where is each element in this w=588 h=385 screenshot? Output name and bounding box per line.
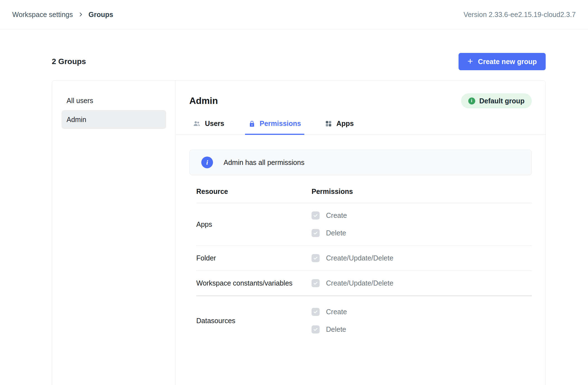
top-bar: Workspace settings Groups Version 2.33.6…: [0, 0, 588, 29]
table-row-workspace-constants: Workspace constants/variables Create/Upd…: [196, 271, 532, 296]
table-row-datasources: Datasources Create Delete: [196, 296, 532, 342]
groups-count: 2 Groups: [52, 57, 86, 66]
check-icon: [313, 309, 318, 315]
check-icon: [313, 327, 318, 332]
tab-users[interactable]: Users: [189, 120, 228, 135]
table-row-folder: Folder Create/Update/Delete: [196, 246, 532, 271]
users-icon: [193, 120, 201, 128]
permission-label: Delete: [326, 229, 346, 237]
checkbox-datasources-delete[interactable]: [312, 325, 320, 333]
check-icon: [313, 213, 318, 218]
checkbox-constants-cud[interactable]: [312, 279, 320, 287]
default-group-badge: i Default group: [461, 93, 532, 108]
lock-icon: [248, 120, 256, 127]
tab-apps[interactable]: Apps: [322, 120, 357, 135]
tab-permissions[interactable]: Permissions: [245, 120, 305, 135]
group-detail-panel: Admin i Default group Users: [176, 81, 545, 385]
banner-text: Admin has all permissions: [224, 159, 304, 167]
checkbox-apps-delete[interactable]: [312, 229, 320, 237]
tab-bar: Users Permissions Apps: [176, 120, 545, 135]
groups-card: All users Admin Admin i Default group: [52, 80, 546, 385]
resource-label: Workspace constants/variables: [196, 279, 312, 287]
table-header-row: Resource Permissions: [196, 187, 532, 203]
apps-grid-icon: [325, 120, 332, 127]
checkbox-folder-cud[interactable]: [312, 254, 320, 262]
tab-apps-label: Apps: [336, 120, 354, 128]
panel-header: Admin i Default group: [189, 93, 532, 108]
green-info-icon: i: [468, 98, 475, 104]
create-new-group-button[interactable]: + Create new group: [459, 53, 546, 70]
sidebar-item-label: All users: [67, 97, 93, 105]
tab-permissions-label: Permissions: [260, 120, 301, 128]
check-icon: [313, 255, 318, 261]
sidebar-item-admin[interactable]: Admin: [62, 110, 166, 129]
checkbox-datasources-create[interactable]: [312, 308, 320, 316]
sidebar-item-label: Admin: [67, 116, 86, 124]
chevron-right-icon: [78, 12, 84, 17]
permissions-column-header: Permissions: [312, 187, 532, 196]
permission-label: Create/Update/Delete: [326, 254, 393, 262]
checkbox-apps-create[interactable]: [312, 211, 320, 220]
info-icon: i: [201, 157, 213, 168]
table-row-apps: Apps Create Delete: [196, 203, 532, 246]
permission-apps-create: Create: [312, 211, 532, 220]
sidebar-item-all-users[interactable]: All users: [62, 91, 166, 110]
group-title: Admin: [189, 96, 218, 106]
permission-label: Create: [326, 308, 347, 316]
check-icon: [313, 230, 318, 236]
permission-datasources-delete: Delete: [312, 325, 532, 333]
resource-column-header: Resource: [196, 187, 312, 196]
create-new-group-label: Create new group: [478, 58, 537, 66]
permissions-info-banner: i Admin has all permissions: [189, 150, 532, 175]
resource-label: Datasources: [196, 317, 312, 325]
resource-label: Folder: [196, 254, 312, 262]
permission-label: Create: [326, 211, 347, 220]
tab-users-label: Users: [205, 120, 224, 128]
breadcrumb-workspace-settings[interactable]: Workspace settings: [12, 11, 73, 19]
breadcrumb-current-groups: Groups: [89, 11, 113, 19]
permission-constants-cud: Create/Update/Delete: [312, 279, 532, 287]
permission-datasources-create: Create: [312, 308, 532, 316]
resource-label: Apps: [196, 220, 312, 228]
version-text: Version 2.33.6-ee2.15.19-cloud2.3.7: [464, 11, 576, 19]
check-icon: [313, 281, 318, 286]
permission-label: Delete: [326, 325, 346, 333]
permissions-table: Resource Permissions Apps Create: [189, 187, 532, 342]
groups-sidebar: All users Admin: [52, 81, 176, 385]
permission-label: Create/Update/Delete: [326, 279, 393, 287]
groups-toolbar: 2 Groups + Create new group: [52, 53, 546, 70]
groups-page: 2 Groups + Create new group All users Ad…: [52, 53, 546, 385]
permission-apps-delete: Delete: [312, 229, 532, 237]
plus-icon: +: [467, 56, 473, 66]
default-group-badge-label: Default group: [479, 97, 525, 105]
breadcrumb: Workspace settings Groups: [12, 11, 113, 19]
permission-folder-cud: Create/Update/Delete: [312, 254, 532, 262]
